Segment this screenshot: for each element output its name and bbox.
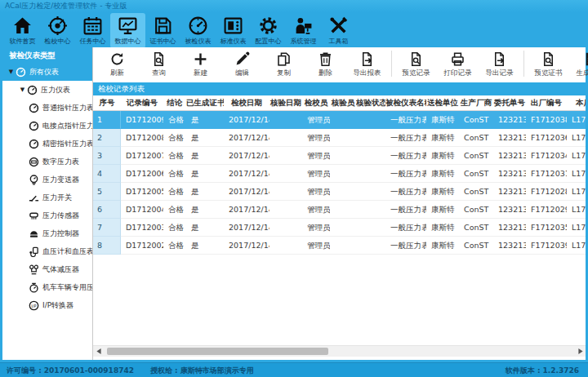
main-toolbar-item[interactable]: 配置中心	[251, 13, 286, 48]
main-toolbar-item[interactable]: 软件首页	[5, 13, 40, 48]
column-header[interactable]: 出厂编号	[526, 95, 567, 110]
table-cell: 7	[93, 219, 121, 237]
sidebar-tree-item[interactable]: 电接点指针压力表	[2, 117, 92, 135]
table-cell: L171	[567, 129, 586, 146]
sidebar-tree-item[interactable]: 压力传感器	[2, 206, 92, 224]
table-row[interactable]: 7D1712003合格是2017/12/14管理员一般压力表康斯特ConST12…	[93, 219, 586, 237]
sidebar-tree-item[interactable]: 精密指针压力表	[2, 135, 92, 153]
table-cell: 2017/12/14	[224, 129, 270, 146]
sidebar-tree-item[interactable]: ▼所有仪表	[2, 63, 92, 81]
controller-icon	[29, 228, 39, 239]
table-cell	[330, 129, 356, 146]
table-cell	[330, 183, 356, 200]
action-button[interactable]: 查询	[138, 48, 180, 82]
table-cell: ConST	[459, 219, 493, 236]
action-button[interactable]: 编辑	[221, 48, 263, 82]
column-header[interactable]: 送检单位	[426, 95, 459, 110]
action-button[interactable]: 导出报表	[346, 48, 388, 82]
sidebar-tree-item[interactable]: 数字压力表	[2, 153, 92, 171]
chevron-down-icon[interactable]: ▼	[19, 86, 26, 93]
sidebar-tree-item[interactable]: ▼压力仪表	[2, 81, 92, 99]
column-header[interactable]: 已生成证书	[186, 95, 224, 110]
table-row[interactable]: 5D1712005合格是2017/12/14管理员一般压力表康斯特ConST12…	[93, 183, 586, 201]
column-header[interactable]: 本厂编号	[567, 95, 586, 110]
table-cell: 康斯特	[426, 111, 459, 128]
table-cell	[356, 147, 385, 164]
trash-icon	[318, 51, 333, 67]
action-button[interactable]: 打印记录	[437, 48, 479, 82]
main-toolbar-item[interactable]: 数据中心	[110, 13, 145, 48]
action-button-label: 刷新	[110, 69, 124, 78]
table-row[interactable]: 6D1712004合格是2017/12/14管理员一般压力表康斯特ConST12…	[93, 201, 586, 219]
copy-icon	[276, 51, 292, 67]
main-toolbar-item-label: 软件首页	[10, 37, 36, 46]
sidebar-tree-item-label: 压力仪表	[41, 85, 70, 95]
table-cell: L171	[567, 201, 586, 218]
column-header[interactable]: 检校日期	[224, 95, 270, 110]
sidebar-tree-item-label: 压力开关	[42, 193, 72, 203]
table-row[interactable]: 4D1712006合格是2017/12/14管理员一般压力表康斯特ConST12…	[93, 165, 586, 183]
action-button-label: 导出记录	[486, 69, 514, 78]
records-grid: 序号记录编号结论已生成证书检校日期核验日期检校员核验员核验状态被检仪表名称送检单…	[93, 95, 586, 345]
action-button-label: 生成证书	[577, 69, 588, 78]
column-header[interactable]: 被检仪表名称	[385, 95, 426, 110]
table-cell	[270, 237, 302, 254]
action-button[interactable]: 预览证书	[528, 48, 569, 82]
action-button[interactable]: 生成证书	[569, 48, 588, 82]
action-button[interactable]: 导出记录	[479, 48, 520, 82]
table-cell: ConST	[459, 165, 493, 182]
license-info: 许可编号 :20170601-000918742授权给 :康斯特市场部演示专用	[7, 363, 256, 377]
table-cell	[330, 147, 356, 164]
table-cell: 一般压力表	[385, 111, 426, 128]
main-toolbar-item[interactable]: 证书中心	[145, 13, 180, 48]
table-cell: 123213	[493, 219, 526, 236]
chevron-down-icon[interactable]: ▼	[7, 69, 15, 75]
sidebar-tree-item[interactable]: 普通指针压力表	[2, 99, 92, 117]
action-button[interactable]: 新建	[180, 48, 221, 82]
action-button-label: 新建	[194, 69, 207, 78]
main-toolbar-item[interactable]: 标准仪表	[216, 13, 251, 48]
gauge-small-icon	[16, 67, 26, 78]
main-toolbar-item[interactable]: 工具箱	[321, 13, 356, 48]
sidebar-tree-item[interactable]: 压力变送器	[2, 171, 92, 188]
sidebar-tree-item[interactable]: 压力控制器	[2, 224, 92, 242]
sidebar-tree-item[interactable]: 气体减压器	[2, 260, 92, 278]
action-button[interactable]: 刷新	[96, 48, 138, 82]
sidebar-tree-item[interactable]: 机车车辆专用压力表	[2, 278, 92, 296]
table-cell: 123213	[493, 165, 526, 182]
action-button[interactable]: 预览记录	[395, 48, 437, 82]
table-row[interactable]: 8D1712002合格是2017/12/14管理员一般压力表康斯特ConST12…	[93, 237, 586, 255]
scroll-right-arrow-icon[interactable]	[575, 346, 586, 357]
sidebar-tree-item[interactable]: 压力开关	[2, 188, 92, 206]
table-row[interactable]: 1D1712009合格是2017/12/14管理员一般压力表康斯特ConST12…	[93, 111, 586, 129]
table-row[interactable]: 2D1712008合格是2017/12/14管理员一般压力表康斯特ConST12…	[93, 129, 586, 147]
sidebar-tree-item[interactable]: I/PI/P转换器	[2, 296, 92, 314]
column-header[interactable]: 记录编号	[121, 95, 163, 110]
sidebar-tree-item[interactable]: 血压计和血压表	[2, 242, 92, 260]
column-header[interactable]: 委托单号	[493, 95, 526, 110]
sidebar-tree-item-label: 机车车辆专用压力表	[42, 282, 92, 293]
table-cell: 是	[186, 147, 224, 164]
column-header[interactable]: 结论	[163, 95, 186, 110]
table-cell	[356, 111, 385, 128]
main-toolbar-item[interactable]: 被检仪表	[180, 13, 216, 48]
table-row[interactable]: 3D1712007合格是2017/12/14管理员一般压力表康斯特ConST12…	[93, 147, 586, 165]
table-cell: 2017/12/14	[224, 237, 270, 254]
main-toolbar-item[interactable]: 检校中心	[40, 13, 75, 48]
column-header[interactable]: 检校员	[302, 95, 330, 110]
main-toolbar-item[interactable]: 系统管理	[286, 13, 321, 48]
main-toolbar-item[interactable]: 任务中心	[75, 13, 110, 48]
column-header[interactable]: 核验状态	[356, 95, 385, 110]
horizontal-scrollbar[interactable]	[93, 345, 586, 357]
scrollbar-thumb[interactable]	[107, 348, 328, 355]
table-cell: 123213	[493, 237, 526, 254]
column-header[interactable]: 核验日期	[270, 95, 302, 110]
action-button[interactable]: 复制	[263, 48, 305, 82]
table-cell	[330, 165, 356, 182]
action-button[interactable]: 删除	[305, 48, 346, 82]
column-header[interactable]: 生产厂商	[459, 95, 493, 110]
column-header[interactable]: 序号	[93, 95, 121, 110]
main-toolbar: 软件首页检校中心任务中心数据中心证书中心被检仪表标准仪表配置中心系统管理工具箱	[0, 12, 588, 48]
column-header[interactable]: 核验员	[330, 95, 356, 110]
scroll-left-arrow-icon[interactable]	[93, 346, 104, 357]
